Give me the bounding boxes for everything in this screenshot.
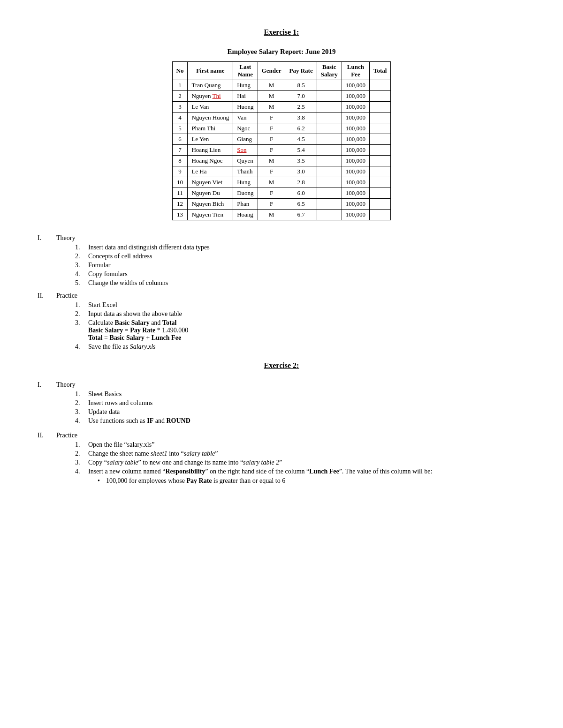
table-row-lunch: 100,000 [342, 177, 369, 188]
theory-item-3: 3. Fomular [75, 262, 210, 269]
table-row-total [370, 113, 391, 123]
ex2-theory-3-text: Update data [88, 408, 190, 416]
table-row-lunch: 100,000 [342, 156, 369, 166]
table-row-first: Le Van [188, 102, 233, 113]
exercise2-section: Exercise 2: I. Theory 1. Sheet Basics 2.… [38, 361, 525, 488]
table-row-last: Duong [233, 188, 258, 199]
table-row-no: 3 [172, 102, 188, 113]
table-row-lunch: 100,000 [342, 210, 369, 220]
table-row-first: Le Ha [188, 166, 233, 177]
table-row-lunch: 100,000 [342, 91, 369, 102]
ex2-theory-4: 4. Use functions such as IF and ROUND [75, 417, 190, 425]
table-row-basic [317, 145, 342, 156]
ex2-theory-2: 2. Insert rows and columns [75, 399, 190, 407]
table-row-total [370, 145, 391, 156]
ex2-theory-1: 1. Sheet Basics [75, 390, 190, 398]
table-row-rate: 3.0 [285, 166, 317, 177]
table-row-basic [317, 80, 342, 91]
table-row-gender: M [258, 91, 285, 102]
ex2-practice-2-text: Change the sheet name sheet1 into “salar… [88, 450, 432, 458]
table-row-gender: M [258, 80, 285, 91]
table-row-first: Nguyen Viet [188, 177, 233, 188]
ex2-theory-2-text: Insert rows and columns [88, 399, 190, 407]
ex2-practice-section: II. Practice 1. Open the file “salary.xl… [38, 432, 525, 488]
ex2-theory-label: Theory [56, 381, 75, 388]
table-row-rate: 6.7 [285, 210, 317, 220]
table-row-rate: 2.5 [285, 102, 317, 113]
col-last: LastName [233, 62, 258, 80]
theory-label: Theory [56, 234, 75, 241]
practice-item-2-text: Input data as shown the above table [88, 310, 188, 318]
table-row-basic [317, 210, 342, 220]
ex2-practice-1: 1. Open the file “salary.xls” [75, 441, 432, 449]
theory-item-4-text: Copy fomulars [88, 270, 210, 278]
ex2-practice-3-text: Copy “salary table” to new one and chang… [88, 459, 432, 466]
practice-item-1: 1. Start Excel [75, 301, 188, 309]
table-row-last: Giang [233, 134, 258, 145]
table-row-first: Hoang Lien [188, 145, 233, 156]
theory-item-4: 4. Copy fomulars [75, 270, 210, 278]
practice-items: 1. Start Excel 2. Input data as shown th… [56, 301, 188, 351]
table-row-no: 4 [172, 113, 188, 123]
table-row-first: Tran Quang [188, 80, 233, 91]
table-row-first: Hoang Ngoc [188, 156, 233, 166]
table-row-basic [317, 91, 342, 102]
col-lunch: LunchFee [342, 62, 369, 80]
table-row-no: 1 [172, 80, 188, 91]
col-first: First name [188, 62, 233, 80]
bullet-item-1: • 100,000 for employees whose Pay Rate i… [98, 477, 432, 485]
table-row-gender: F [258, 134, 285, 145]
practice-item-1-text: Start Excel [88, 301, 188, 309]
exercise1-theory-list: I. Theory 1. Insert data and distinguish… [38, 234, 525, 352]
table-row-basic [317, 188, 342, 199]
practice-item-4: 4. Save the file as Salary.xls [75, 343, 188, 351]
table-row-gender: F [258, 145, 285, 156]
table-row-no: 2 [172, 91, 188, 102]
table-row-gender: M [258, 177, 285, 188]
table-row-total [370, 91, 391, 102]
table-row-rate: 4.5 [285, 134, 317, 145]
table-row-gender: F [258, 123, 285, 134]
ex2-roman-ii: II. [38, 432, 56, 439]
table-row-no: 13 [172, 210, 188, 220]
table-row-rate: 6.0 [285, 188, 317, 199]
theory-item-1: 1. Insert data and distinguish different… [75, 244, 210, 251]
exercise1-title: Exercise 1: [38, 28, 525, 37]
table-row-total [370, 210, 391, 220]
exercise2-title: Exercise 2: [38, 361, 525, 370]
table-row-last: Son [233, 145, 258, 156]
theory-item-1-text: Insert data and distinguish different da… [88, 244, 210, 251]
theory-section: I. Theory 1. Insert data and distinguish… [38, 234, 525, 288]
ex2-theory-items: 1. Sheet Basics 2. Insert rows and colum… [56, 390, 190, 425]
table-row-last: Quyen [233, 156, 258, 166]
table-row-first: Le Yen [188, 134, 233, 145]
table-row-no: 11 [172, 188, 188, 199]
table-row-first: Nguyen Tien [188, 210, 233, 220]
table-row-last: Hoang [233, 210, 258, 220]
table-row-total [370, 188, 391, 199]
table-row-total [370, 177, 391, 188]
table-row-first: Nguyen Huong [188, 113, 233, 123]
table-row-gender: M [258, 210, 285, 220]
table-row-last: Van [233, 113, 258, 123]
table-row-first: Nguyen Bich [188, 199, 233, 210]
practice-label: Practice [56, 292, 77, 299]
practice-item-3-text: Calculate Basic Salary and Total Basic S… [88, 319, 188, 342]
table-row-gender: F [258, 113, 285, 123]
table-row-total [370, 102, 391, 113]
table-row-last: Hung [233, 80, 258, 91]
theory-item-5: 5. Change the widths of columns [75, 279, 210, 287]
table-row-rate: 3.5 [285, 156, 317, 166]
col-total: Total [370, 62, 391, 80]
roman-i: I. [38, 234, 56, 242]
table-row-first: Nguyen Thi [188, 91, 233, 102]
exercise1-section: Exercise 1: Employee Salary Report: June… [38, 28, 525, 352]
table-row-no: 12 [172, 199, 188, 210]
practice-item-2: 2. Input data as shown the above table [75, 310, 188, 318]
table-row-first: Pham Thi [188, 123, 233, 134]
roman-ii: II. [38, 292, 56, 300]
ex2-practice-1-text: Open the file “salary.xls” [88, 441, 432, 449]
table-row-gender: F [258, 188, 285, 199]
exercise2-list: I. Theory 1. Sheet Basics 2. Insert rows… [38, 381, 525, 488]
table-row-basic [317, 102, 342, 113]
